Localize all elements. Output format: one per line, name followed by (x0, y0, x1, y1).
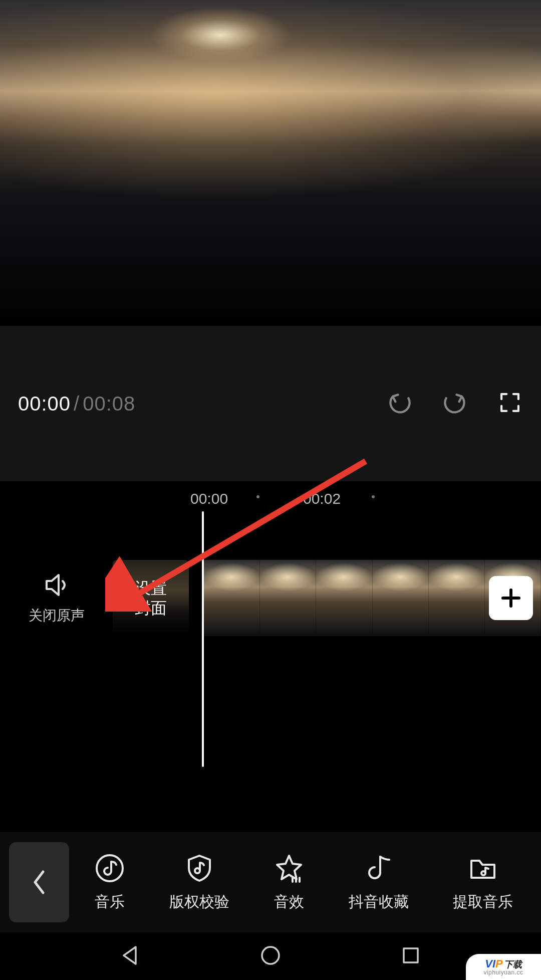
music-disc-icon (94, 853, 125, 884)
mute-original-button[interactable]: 关闭原声 (0, 571, 113, 625)
timeline[interactable]: 00:00 00:02 关闭原声 设置 封面 (0, 481, 541, 832)
clip-thumb (260, 560, 316, 636)
ruler-mark-0: 00:00 (190, 490, 228, 507)
speaker-icon (43, 571, 71, 599)
ruler-tick (256, 495, 259, 498)
toolbar-copyright-check[interactable]: 版权校验 (169, 853, 229, 912)
ruler-tick (372, 495, 375, 498)
undo-button[interactable] (387, 391, 413, 416)
toolbar-label: 音效 (274, 892, 304, 912)
playback-controls: 00:00/00:08 (0, 326, 541, 481)
svg-point-1 (97, 855, 123, 881)
preview-still (0, 0, 541, 326)
clip-thumb (373, 560, 429, 636)
system-nav-bar (0, 932, 541, 980)
timeline-ruler: 00:00 00:02 (0, 490, 541, 510)
toolbar-back-button[interactable] (9, 842, 69, 922)
shield-music-icon (184, 853, 215, 884)
add-clip-button[interactable] (489, 576, 533, 620)
toolbar-label: 抖音收藏 (349, 892, 409, 912)
svg-point-4 (262, 947, 279, 964)
clip-thumb (429, 560, 485, 636)
folder-note-icon (467, 853, 498, 884)
set-cover-button[interactable]: 设置 封面 (113, 560, 189, 636)
playhead[interactable] (202, 511, 204, 767)
ruler-mark-2: 00:02 (303, 490, 341, 507)
nav-home[interactable] (259, 944, 282, 969)
play-button[interactable] (233, 390, 289, 417)
chevron-left-icon (31, 869, 47, 896)
mute-label: 关闭原声 (29, 606, 85, 625)
toolbar-music[interactable]: 音乐 (94, 853, 125, 912)
fullscreen-button[interactable] (497, 391, 523, 416)
plus-icon (501, 588, 521, 608)
time-separator: / (71, 393, 83, 415)
time-display: 00:00/00:08 (18, 393, 135, 415)
toolbar-label: 音乐 (95, 892, 125, 912)
time-duration: 00:08 (83, 393, 135, 415)
nav-back[interactable] (119, 944, 142, 969)
cover-label: 设置 封面 (135, 578, 167, 618)
redo-button[interactable] (442, 391, 468, 416)
video-preview[interactable] (0, 0, 541, 326)
toolbar-douyin-favorites[interactable]: 抖音收藏 (349, 853, 409, 912)
nav-recents[interactable] (399, 944, 422, 969)
clip-thumb (204, 560, 260, 636)
tiktok-note-icon (363, 853, 394, 884)
toolbar-sound-effect[interactable]: 音效 (274, 853, 305, 912)
svg-rect-5 (404, 948, 418, 962)
time-current: 00:00 (18, 393, 71, 415)
star-bars-icon (274, 853, 305, 884)
clip-thumb (316, 560, 372, 636)
toolbar-label: 提取音乐 (453, 892, 513, 912)
bottom-toolbar: 音乐 版权校验 音效 抖音收藏 提取音乐 (0, 832, 541, 932)
toolbar-extract-music[interactable]: 提取音乐 (453, 853, 513, 912)
clip-track: 关闭原声 设置 封面 (0, 555, 541, 641)
watermark-badge: VIP下载 viphuiyuan.cc (466, 954, 541, 980)
toolbar-label: 版权校验 (169, 892, 229, 912)
